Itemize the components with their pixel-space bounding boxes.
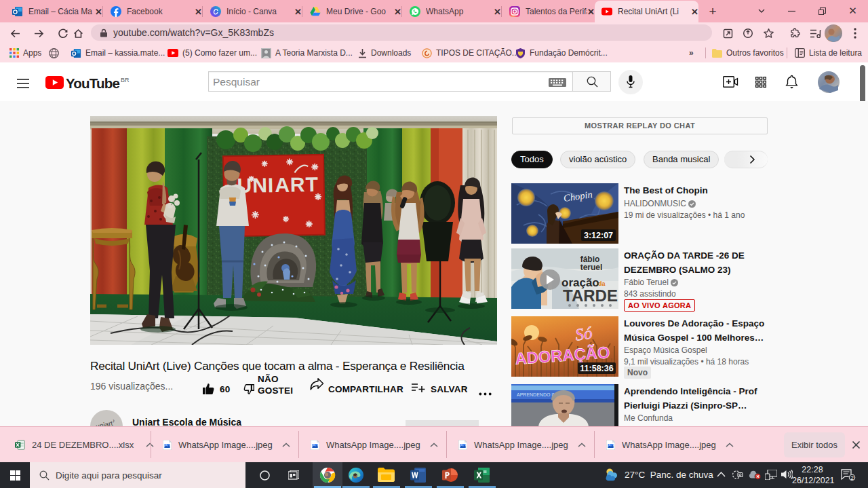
svg-text:TARDE: TARDE xyxy=(563,286,618,305)
svg-text:2: 2 xyxy=(850,474,854,481)
svg-text:3:12:07: 3:12:07 xyxy=(584,231,613,240)
svg-text:Só: Só xyxy=(574,323,594,343)
svg-text:11:58:36: 11:58:36 xyxy=(580,364,613,373)
svg-text:teruel: teruel xyxy=(580,263,603,272)
